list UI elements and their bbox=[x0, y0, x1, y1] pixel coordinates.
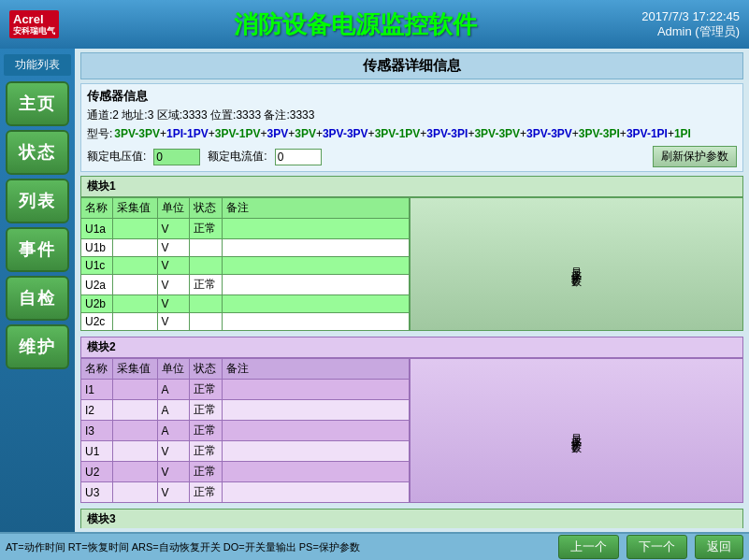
cell-name: U1b bbox=[81, 239, 113, 257]
module1-col-note: 备注 bbox=[222, 198, 409, 219]
cell-status bbox=[190, 313, 223, 331]
model-p1: 3PV-3PV bbox=[114, 125, 160, 143]
model-p3: 3PV-1PV bbox=[215, 125, 261, 143]
model-sep11: + bbox=[620, 125, 627, 143]
module1-col-unit: 单位 bbox=[157, 198, 189, 219]
main-layout: 功能列表 主页 状态 列表 事件 自检 维护 传感器详细信息 传感器信息 通道:… bbox=[0, 49, 749, 532]
refresh-params-button[interactable]: 刷新保护参数 bbox=[653, 146, 737, 167]
cell-name: U2 bbox=[81, 462, 113, 482]
prev-button[interactable]: 上一个 bbox=[558, 535, 619, 559]
table-row: U2 V 正常 bbox=[81, 462, 410, 482]
sidebar-item-maintain[interactable]: 维护 bbox=[6, 324, 69, 369]
model-p7: 3PV-1PV bbox=[375, 125, 421, 143]
table-row: U1a V 正常 bbox=[81, 219, 410, 239]
module2-col-status: 状态 bbox=[190, 359, 223, 380]
cell-unit: V bbox=[157, 441, 189, 462]
sidebar-item-list[interactable]: 列表 bbox=[6, 179, 69, 223]
rated-current-input[interactable] bbox=[275, 149, 322, 165]
logo-box: Acrel 安科瑞电气 bbox=[9, 10, 59, 38]
cell-name: U2a bbox=[81, 275, 113, 295]
datetime: 2017/7/3 17:22:45 bbox=[641, 9, 740, 23]
channel-line: 通道:2 地址:3 区域:3333 位置:3333 备注:3333 bbox=[87, 108, 737, 123]
modules-area: 模块1 名称 采集值 单位 状态 bbox=[80, 176, 743, 528]
cell-status: 正常 bbox=[190, 462, 223, 482]
sidebar-item-home[interactable]: 主页 bbox=[6, 81, 69, 126]
cell-unit: V bbox=[157, 462, 189, 482]
rated-voltage-input[interactable] bbox=[153, 149, 200, 165]
model-sep5: + bbox=[316, 125, 323, 143]
cell-value bbox=[113, 441, 157, 462]
module2-side-btn[interactable]: 显示保护参数 bbox=[410, 358, 744, 503]
module2-col-unit: 单位 bbox=[157, 359, 189, 380]
module2-row: 名称 采集值 单位 状态 备注 bbox=[80, 358, 743, 503]
model-p13: 1PI bbox=[674, 125, 691, 143]
back-button[interactable]: 返回 bbox=[695, 535, 743, 559]
app-title: 消防设备电源监控软件 bbox=[68, 8, 641, 41]
cell-name: U1a bbox=[81, 219, 113, 239]
cell-note bbox=[222, 257, 409, 275]
sidebar-item-event[interactable]: 事件 bbox=[6, 227, 69, 272]
module2-table-wrap: 名称 采集值 单位 状态 备注 bbox=[80, 358, 410, 503]
cell-value bbox=[113, 421, 157, 441]
model-p10: 3PV-3PV bbox=[526, 125, 572, 143]
sensor-info-section: 传感器信息 通道:2 地址:3 区域:3333 位置:3333 备注:3333 … bbox=[80, 83, 743, 172]
cell-note bbox=[222, 400, 409, 421]
module1-table-wrap: 名称 采集值 单位 状态 备注 bbox=[80, 197, 410, 331]
table-row: I3 A 正常 bbox=[81, 421, 410, 441]
model-p11: 3PV-3PI bbox=[579, 125, 620, 143]
module1-header: 模块1 bbox=[80, 176, 743, 197]
cell-name: I1 bbox=[81, 380, 113, 400]
model-sep12: + bbox=[668, 125, 674, 143]
model-p12: 3PV-1PI bbox=[627, 125, 668, 143]
logo-cn: 安科瑞电气 bbox=[13, 26, 55, 36]
cell-value bbox=[113, 313, 157, 331]
rated-line: 额定电压值: 额定电流值: 刷新保护参数 bbox=[87, 146, 737, 167]
cell-note bbox=[222, 239, 409, 257]
module1-col-status: 状态 bbox=[190, 198, 223, 219]
cell-status: 正常 bbox=[190, 441, 223, 462]
next-button[interactable]: 下一个 bbox=[627, 535, 687, 559]
cell-name: U3 bbox=[81, 482, 113, 503]
module1-side-btn[interactable]: 显示保护参数 bbox=[410, 197, 744, 331]
module2-table: 名称 采集值 单位 状态 备注 bbox=[80, 358, 410, 503]
bottom-info-text: AT=动作时间 RT=恢复时间 ARS=自动恢复开关 DO=开关量输出 PS=保… bbox=[6, 540, 551, 554]
logo-acrel: Acrel bbox=[13, 12, 55, 27]
cell-unit: V bbox=[157, 275, 189, 295]
header: Acrel 安科瑞电气 消防设备电源监控软件 2017/7/3 17:22:45… bbox=[0, 0, 749, 49]
rated-voltage-label: 额定电压值: bbox=[87, 149, 146, 165]
table-row: U2a V 正常 bbox=[81, 275, 410, 295]
cell-name: I2 bbox=[81, 400, 113, 421]
inner-scroll[interactable]: 模块1 名称 采集值 单位 状态 bbox=[80, 176, 743, 528]
cell-note bbox=[222, 380, 409, 400]
module1-block: 模块1 名称 采集值 单位 状态 bbox=[80, 176, 743, 331]
cell-unit: V bbox=[157, 313, 189, 331]
cell-value bbox=[113, 219, 157, 239]
cell-name: I3 bbox=[81, 421, 113, 441]
table-row: U1b V bbox=[81, 239, 410, 257]
cell-value bbox=[113, 400, 157, 421]
table-row: U2c V bbox=[81, 313, 410, 331]
cell-value bbox=[113, 257, 157, 275]
cell-name: U2c bbox=[81, 313, 113, 331]
cell-unit: A bbox=[157, 380, 189, 400]
model-sep1: + bbox=[160, 125, 166, 143]
sidebar-item-selfcheck[interactable]: 自检 bbox=[6, 276, 69, 321]
model-sep9: + bbox=[520, 125, 526, 143]
module2-col-name: 名称 bbox=[81, 359, 113, 380]
sidebar-item-status[interactable]: 状态 bbox=[6, 130, 69, 175]
datetime-area: 2017/7/3 17:22:45 Admin (管理员) bbox=[641, 9, 740, 40]
cell-status bbox=[190, 295, 223, 313]
cell-note bbox=[222, 421, 409, 441]
model-p6: 3PV-3PV bbox=[323, 125, 368, 143]
cell-status: 正常 bbox=[190, 421, 223, 441]
module1-col-value: 采集值 bbox=[113, 198, 157, 219]
content-area: 传感器详细信息 传感器信息 通道:2 地址:3 区域:3333 位置:3333 … bbox=[75, 49, 749, 532]
rated-current-label: 额定电流值: bbox=[208, 149, 266, 165]
cell-status: 正常 bbox=[190, 400, 223, 421]
cell-status: 正常 bbox=[190, 219, 223, 239]
cell-name: U1 bbox=[81, 441, 113, 462]
cell-status bbox=[190, 239, 223, 257]
module2-col-value: 采集值 bbox=[113, 359, 157, 380]
model-label: 型号: bbox=[87, 125, 112, 143]
module3-block: 模块3 bbox=[80, 509, 743, 528]
